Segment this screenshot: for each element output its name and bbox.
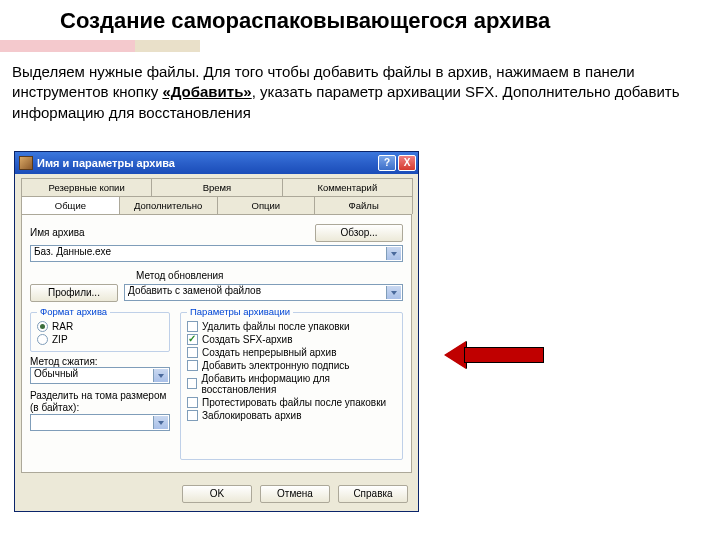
radio-zip[interactable]: ZIP <box>37 334 163 345</box>
slide-description: Выделяем нужные файлы. Для того чтобы до… <box>0 60 720 131</box>
check-lock[interactable]: Заблокировать архив <box>187 410 396 421</box>
update-method-label: Метод обновления <box>136 270 223 281</box>
tab-time[interactable]: Время <box>151 178 282 196</box>
archive-name-label: Имя архива <box>30 227 309 238</box>
radio-rar[interactable]: RAR <box>37 321 163 332</box>
checkbox-icon <box>187 360 198 371</box>
checkbox-icon <box>187 410 198 421</box>
checkbox-icon <box>187 321 198 332</box>
slide-title: Создание самораспаковывающегося архива <box>0 0 720 40</box>
checkbox-icon <box>187 378 197 389</box>
format-group: Формат архива RAR ZIP <box>30 312 170 352</box>
update-method-select[interactable]: Добавить с заменой файлов <box>124 284 403 301</box>
check-recovery[interactable]: Добавить информацию для восстановления <box>187 373 396 395</box>
tabs-row-top: Резервные копии Время Комментарий <box>15 174 418 196</box>
split-input[interactable] <box>30 414 170 431</box>
help-bottom-button[interactable]: Справка <box>338 485 408 503</box>
deco-bar <box>0 40 720 52</box>
check-test[interactable]: Протестировать файлы после упаковки <box>187 397 396 408</box>
tab-backup[interactable]: Резервные копии <box>21 178 152 196</box>
ok-button[interactable]: OK <box>182 485 252 503</box>
check-signature[interactable]: Добавить электронную подпись <box>187 360 396 371</box>
tab-comment[interactable]: Комментарий <box>282 178 413 196</box>
tab-files[interactable]: Файлы <box>314 196 413 214</box>
check-sfx[interactable]: Создать SFX-архив <box>187 334 396 345</box>
split-label: Разделить на тома размером (в байтах): <box>30 390 170 414</box>
checkbox-icon <box>187 347 198 358</box>
archive-name-input[interactable]: Баз. Данные.exe <box>30 245 403 262</box>
tab-options[interactable]: Опции <box>217 196 316 214</box>
dialog-buttons: OK Отмена Справка <box>15 479 418 511</box>
params-group-title: Параметры архивации <box>187 306 293 317</box>
titlebar[interactable]: Имя и параметры архива ? X <box>15 152 418 174</box>
format-group-title: Формат архива <box>37 306 110 317</box>
app-icon <box>19 156 33 170</box>
tab-advanced[interactable]: Дополнительно <box>119 196 218 214</box>
compression-label: Метод сжатия: <box>30 356 170 367</box>
tabs-row-bottom: Общие Дополнительно Опции Файлы <box>15 196 418 214</box>
tab-general[interactable]: Общие <box>21 196 120 214</box>
compression-select[interactable]: Обычный <box>30 367 170 384</box>
profiles-button[interactable]: Профили... <box>30 284 118 302</box>
radio-icon <box>37 334 48 345</box>
tab-panel: Имя архива Обзор... Баз. Данные.exe Мето… <box>21 214 412 473</box>
archive-dialog: Имя и параметры архива ? X Резервные коп… <box>14 151 419 512</box>
radio-icon <box>37 321 48 332</box>
help-button[interactable]: ? <box>378 155 396 171</box>
check-delete-after[interactable]: Удалить файлы после упаковки <box>187 321 396 332</box>
browse-button[interactable]: Обзор... <box>315 224 403 242</box>
window-title: Имя и параметры архива <box>37 157 376 169</box>
close-button[interactable]: X <box>398 155 416 171</box>
cancel-button[interactable]: Отмена <box>260 485 330 503</box>
checkbox-icon <box>187 397 198 408</box>
params-group: Параметры архивации Удалить файлы после … <box>180 312 403 460</box>
check-solid[interactable]: Создать непрерывный архив <box>187 347 396 358</box>
callout-arrow <box>444 341 544 369</box>
checkbox-icon <box>187 334 198 345</box>
